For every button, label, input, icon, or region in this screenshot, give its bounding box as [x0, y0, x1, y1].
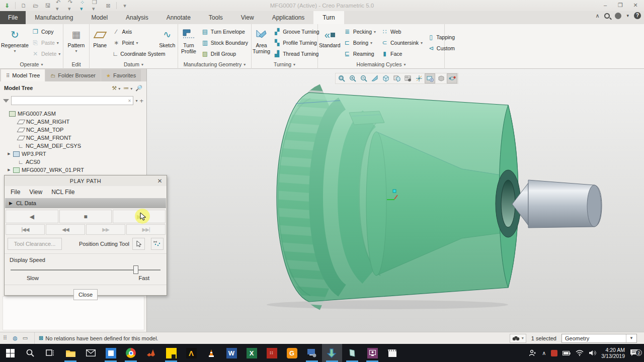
groove-turning-button[interactable]: ▞Groove Turning	[271, 27, 321, 37]
pattern-button[interactable]: ▦ Pattern▾	[65, 25, 88, 60]
reference-manager-icon[interactable]: ∷	[262, 344, 282, 362]
saved-orientations-icon[interactable]	[391, 73, 402, 83]
tree-item-nc-asm-def-csys[interactable]: ∟NC_ASM_DEF_CSYS	[3, 142, 146, 150]
slider-handle[interactable]	[133, 265, 138, 274]
vlc-icon[interactable]	[201, 344, 221, 362]
tree-item-nc-asm-right[interactable]: NC_ASM_RIGHT	[3, 118, 146, 126]
fullscreen-icon[interactable]: ▭	[20, 335, 30, 341]
tab-folder-browser[interactable]: 🗀Folder Browser	[45, 69, 101, 81]
tree-item-nc-asm-front[interactable]: NC_ASM_FRONT	[3, 134, 146, 142]
skip-to-start-button[interactable]: |◀◀	[6, 224, 45, 235]
datum-display-icon[interactable]	[414, 73, 424, 83]
zoom-in-icon[interactable]	[347, 73, 358, 83]
new-file-icon[interactable]: 🗋	[20, 2, 28, 10]
position-cutting-tool-button[interactable]	[132, 238, 145, 250]
undo-icon[interactable]: ↶ ▾	[56, 2, 64, 10]
stock-boundary-button[interactable]: ▥Stock Boundary	[199, 38, 250, 48]
countersink-button[interactable]: ⊂Countersink▾	[379, 38, 425, 48]
drill-group-button[interactable]: ▨Drill Group	[199, 49, 250, 59]
tab-view[interactable]: View	[232, 11, 263, 24]
skip-to-end-button[interactable]: ▶▶|	[126, 224, 166, 235]
dialog-title-bar[interactable]: PLAY PATH ✕	[5, 175, 167, 186]
play-forward-button[interactable]: ▶	[113, 210, 166, 223]
point-button[interactable]: ∗Point▾	[111, 38, 157, 48]
creo-home-icon[interactable]: ⇓	[3, 2, 11, 10]
face-button[interactable]: ▮Face	[379, 49, 425, 59]
group-label-edit[interactable]: Edit	[63, 60, 89, 68]
filter-funnel-icon[interactable]	[3, 99, 9, 103]
volume-icon[interactable]	[589, 350, 596, 356]
chrome-icon[interactable]	[121, 344, 141, 362]
tab-favorites[interactable]: ★Favorites	[101, 69, 141, 81]
customize-qat-icon[interactable]: ▾	[121, 2, 129, 10]
help-icon[interactable]: ?	[634, 12, 641, 19]
boring-button[interactable]: ⊏Boring▾	[342, 38, 378, 48]
expand-icon[interactable]: ▶	[7, 152, 11, 156]
selection-filter-dropdown[interactable]: Geometry ▼	[561, 334, 637, 343]
group-label-datum[interactable]: Datum▾	[90, 60, 178, 68]
download-manager-icon[interactable]: G	[282, 344, 302, 362]
standard-button[interactable]: « Standard	[319, 25, 341, 60]
group-label-operate[interactable]: Operate▾	[0, 60, 63, 68]
close-button[interactable]: ✕	[628, 0, 643, 10]
minimize-button[interactable]: –	[598, 0, 613, 10]
refit-icon[interactable]	[336, 73, 347, 83]
word-icon[interactable]: W	[221, 344, 242, 362]
menu-ncl-file[interactable]: NCL File	[51, 189, 74, 196]
group-label-turning[interactable]: Turning▾	[252, 60, 317, 68]
window-switch-icon[interactable]: ❐ ▾	[92, 2, 100, 10]
search-icon[interactable]	[604, 13, 610, 19]
group-label-holemaking-cycles[interactable]: Holemaking Cycles▾	[318, 60, 444, 68]
tool-clearance-button[interactable]: Tool Clearance...	[8, 238, 62, 250]
tab-file[interactable]: File	[0, 11, 26, 24]
browser-icon[interactable]: ◍	[10, 335, 20, 341]
tab-model[interactable]: Model	[82, 11, 117, 24]
delete-button[interactable]: ✕Delete▾	[30, 49, 62, 59]
menu-file[interactable]: File	[11, 189, 20, 196]
custom-button[interactable]: ⊲Custom	[426, 43, 457, 53]
cl-data-section-header[interactable]: ▶ CL Data	[5, 198, 166, 208]
tree-item-wp3-prt[interactable]: ▶WP3.PRT	[3, 150, 146, 158]
notification-center-icon[interactable]: 2	[630, 349, 640, 357]
graphics-area[interactable]	[147, 69, 644, 332]
tree-item-nc-asm-top[interactable]: NC_ASM_TOP	[3, 126, 146, 134]
tab-turn[interactable]: Turn	[313, 11, 344, 24]
start-button[interactable]	[0, 344, 20, 362]
profile-turning-button[interactable]: ▚Profile Turning	[271, 38, 321, 48]
ansys-icon[interactable]: Λ	[181, 344, 201, 362]
expand-icon[interactable]: ▶	[7, 168, 11, 172]
reaming-button[interactable]: ⊑Reaming	[342, 49, 378, 59]
redo-icon[interactable]: ↷ ▾	[68, 2, 76, 10]
save-icon[interactable]: 🖫	[44, 2, 52, 10]
collapse-arrow-icon[interactable]: ▶	[9, 201, 13, 206]
stop-button[interactable]: ■	[59, 210, 112, 223]
user-dropdown-icon[interactable]: ▾	[626, 13, 629, 18]
hidden-icons-chevron[interactable]: ∧	[542, 350, 546, 356]
find-tool[interactable]: ▾	[510, 334, 526, 343]
group-label-manufacturing-geometry[interactable]: Manufacturing Geometry▾	[178, 60, 251, 68]
excel-icon[interactable]: X	[242, 344, 262, 362]
fast-forward-button[interactable]: ▶▶	[86, 224, 125, 235]
tree-settings-icon[interactable]: ≔ ▾	[123, 85, 132, 92]
matlab-icon[interactable]	[141, 344, 161, 362]
remote-desktop-icon[interactable]	[302, 344, 322, 362]
taskbar-search-icon[interactable]	[20, 344, 40, 362]
tree-item-mfg0007-asm[interactable]: MFG0007.ASM	[3, 110, 146, 118]
regenerate-button[interactable]: ↻ Regenerate▾	[1, 25, 29, 60]
tree-tools-icon[interactable]: ⚒ ▾	[112, 85, 120, 92]
creo-view-icon[interactable]	[342, 344, 362, 362]
add-filter-icon[interactable]: +	[139, 97, 143, 105]
maximize-button[interactable]: ❐	[613, 0, 628, 10]
close-dialog-button[interactable]: Close	[73, 289, 98, 300]
creo-parametric-icon[interactable]	[322, 344, 342, 362]
view-manager-icon[interactable]	[403, 73, 413, 83]
notes-icon[interactable]	[161, 344, 181, 362]
tree-item-acs0[interactable]: ∟ACS0	[3, 158, 146, 166]
show-model-icon[interactable]	[436, 73, 446, 83]
annotation-display-icon[interactable]	[425, 73, 435, 83]
copy-button[interactable]: ❐Copy	[30, 27, 62, 37]
web-button[interactable]: ∷Web	[379, 27, 425, 37]
tab-analysis[interactable]: Analysis	[117, 11, 157, 24]
filter-dropdown-icon[interactable]: ▾	[135, 99, 137, 103]
paste-button[interactable]: ⎘Paste▾	[30, 38, 62, 48]
